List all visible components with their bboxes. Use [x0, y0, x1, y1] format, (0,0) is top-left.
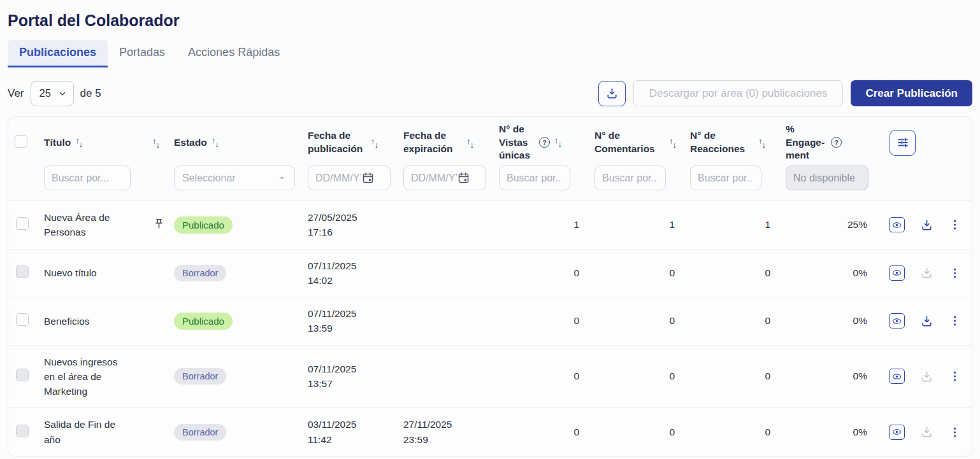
reacciones-value: 0 — [765, 371, 770, 381]
row-checkbox[interactable] — [16, 313, 29, 326]
chevron-down-icon — [58, 89, 67, 98]
filter-fecha-publicacion-input[interactable] — [311, 173, 361, 184]
tab-acciones-rapidas[interactable]: Acciones Rápidas — [177, 40, 291, 67]
fecha-publicacion-value: 07/11/2025 13:59 — [308, 306, 373, 336]
more-options-button[interactable] — [949, 425, 961, 439]
more-options-button[interactable] — [949, 266, 961, 280]
engagement-value: 0% — [853, 427, 867, 437]
reacciones-value: 0 — [765, 427, 770, 437]
vistas-value: 1 — [573, 219, 579, 230]
filter-reacciones-input[interactable] — [690, 166, 761, 190]
more-options-button[interactable] — [949, 369, 961, 383]
total-count-label: de 5 — [80, 87, 101, 100]
eye-icon — [891, 427, 902, 437]
filter-titulo-input[interactable] — [44, 166, 131, 190]
filter-fecha-publicacion-field — [308, 166, 391, 190]
sort-icon-fecha-publicacion[interactable]: ↑↓ — [371, 139, 378, 147]
sort-icon-comentarios[interactable]: ↑↓ — [669, 139, 676, 147]
kebab-icon — [949, 266, 961, 280]
help-icon-vistas[interactable]: ? — [539, 137, 550, 148]
download-row-button[interactable] — [920, 314, 933, 328]
download-row-button[interactable] — [920, 218, 933, 232]
status-badge: Publicado — [174, 313, 233, 330]
page-size-select[interactable]: 25 — [31, 81, 74, 106]
status-badge: Borrador — [174, 265, 226, 281]
table-row: Salida de Fin de año Borrador 03/11/2025… — [8, 408, 972, 456]
eye-icon — [891, 371, 902, 382]
filter-estado-select[interactable]: Seleccionar — [174, 166, 295, 190]
sliders-icon — [896, 136, 910, 150]
filter-comentarios-input[interactable] — [594, 166, 666, 190]
eye-icon — [891, 316, 902, 327]
status-badge: Publicado — [174, 216, 233, 234]
download-icon — [920, 425, 933, 439]
sort-icon-estado[interactable]: ↑↓ — [212, 138, 219, 146]
sort-icon-vistas[interactable]: ↑↓ — [554, 138, 561, 146]
row-checkbox — [16, 425, 29, 437]
publication-title: Nueva Área de Personas — [44, 210, 122, 240]
filter-fecha-expiracion-input[interactable] — [407, 173, 457, 184]
filter-engagement-input — [786, 166, 868, 190]
calendar-icon[interactable] — [361, 171, 375, 185]
eye-icon — [891, 220, 902, 230]
download-row-button — [920, 370, 933, 383]
page-size-label: Ver — [8, 87, 24, 100]
download-icon — [920, 370, 933, 383]
filter-vistas-input[interactable] — [499, 166, 570, 190]
status-badge: Borrador — [174, 368, 226, 385]
column-header-fecha-expiracion: Fecha de expiración — [403, 129, 462, 156]
column-settings-button[interactable] — [890, 130, 916, 156]
help-icon-engagement[interactable]: ? — [831, 137, 842, 148]
download-icon — [920, 218, 933, 232]
sort-icon-pinned[interactable]: ↑↓ — [152, 139, 159, 147]
vistas-value: 0 — [573, 371, 579, 381]
comentarios-value: 0 — [669, 267, 675, 278]
filter-row: Seleccionar — [8, 164, 972, 201]
table-row: Nuevo título Borrador 07/11/2025 14:02 0… — [8, 249, 972, 297]
status-badge: Borrador — [174, 424, 226, 441]
fecha-publicacion-value: 07/11/2025 13:57 — [308, 362, 373, 392]
portal-page: Portal del Colaborador Publicaciones Por… — [0, 0, 980, 456]
publication-title: Beneficios — [44, 314, 122, 328]
tab-publicaciones[interactable]: Publicaciones — [8, 40, 108, 67]
column-header-comentarios: N° de Comentarios — [594, 129, 665, 156]
preview-button[interactable] — [889, 265, 905, 281]
page-title: Portal del Colaborador — [8, 11, 972, 30]
comentarios-value: 1 — [669, 219, 675, 230]
sort-icon-reacciones[interactable]: ↑↓ — [758, 139, 765, 147]
engagement-value: 0% — [853, 267, 867, 278]
download-icon — [605, 87, 619, 100]
engagement-value: 0% — [853, 315, 867, 326]
row-checkbox — [16, 265, 29, 278]
vistas-value: 0 — [573, 315, 579, 326]
reacciones-value: 1 — [765, 219, 770, 230]
download-row-button — [920, 266, 933, 279]
comentarios-value: 0 — [669, 427, 675, 437]
preview-button[interactable] — [889, 313, 905, 328]
preview-button[interactable] — [889, 425, 905, 440]
fecha-publicacion-value: 27/05/2025 17:16 — [308, 210, 373, 240]
calendar-icon[interactable] — [457, 171, 470, 185]
more-options-button[interactable] — [949, 218, 961, 232]
filter-fecha-expiracion-field — [403, 166, 486, 190]
table-row: Nueva Área de Personas Publicado 27/05/2… — [8, 201, 972, 250]
sort-icon-fecha-expiracion[interactable]: ↑↓ — [466, 139, 473, 147]
preview-button[interactable] — [889, 217, 905, 232]
vistas-value: 0 — [573, 427, 579, 437]
tab-portadas[interactable]: Portadas — [108, 40, 177, 67]
more-options-button[interactable] — [949, 314, 961, 328]
sort-icon-titulo[interactable]: ↑↓ — [75, 138, 82, 146]
preview-button[interactable] — [889, 369, 905, 384]
engagement-value: 0% — [853, 371, 867, 381]
column-header-estado: Estado — [174, 136, 207, 150]
comentarios-value: 0 — [669, 371, 675, 381]
publications-table: Título ↑↓ ↑↓ Estado ↑↓ — [8, 117, 972, 456]
row-checkbox[interactable] — [16, 217, 29, 230]
publication-title: Nuevos ingresos en el área de Marketing — [44, 355, 122, 399]
download-icon — [920, 314, 933, 328]
pin-icon — [152, 217, 166, 230]
create-publication-button[interactable]: Crear Publicación — [851, 80, 972, 106]
download-all-button[interactable] — [598, 81, 626, 106]
select-all-checkbox[interactable] — [15, 135, 27, 148]
fecha-expiracion-value: 27/11/2025 23:59 — [403, 417, 468, 447]
